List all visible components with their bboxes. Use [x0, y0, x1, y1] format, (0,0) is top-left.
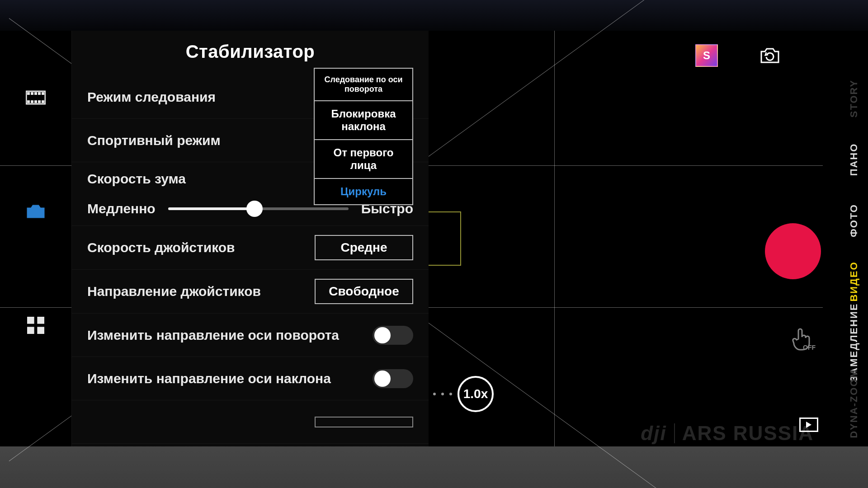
follow-mode-option-fpv[interactable]: От первого лица	[315, 140, 412, 179]
row-invert-tilt: Изменить направление оси наклона	[72, 357, 429, 400]
svg-rect-2	[31, 92, 33, 95]
joystick-direction-label: Направление джойстиков	[87, 284, 261, 299]
follow-mode-option-compass[interactable]: Циркуль	[315, 179, 412, 204]
switch-camera-icon[interactable]	[760, 46, 780, 64]
joystick-speed-label: Скорость джойстиков	[87, 240, 235, 255]
grid-vertical-1	[554, 31, 555, 446]
invert-tilt-toggle[interactable]	[373, 369, 413, 388]
record-button[interactable]	[765, 223, 821, 279]
invert-pan-toggle[interactable]	[373, 326, 413, 345]
follow-mode-option-pan-follow[interactable]: Следование по оси поворота	[315, 69, 412, 101]
row-joystick-direction: Направление джойстиков Свободное	[72, 270, 429, 314]
svg-rect-9	[38, 100, 41, 103]
watermark: dji ARS RUSSIA	[641, 422, 814, 445]
svg-rect-3	[34, 92, 37, 95]
zoom-speed-slow-label: Медленно	[87, 201, 156, 216]
mode-video[interactable]: ВИДЕО	[848, 261, 860, 301]
watermark-divider	[674, 423, 675, 443]
mode-pano[interactable]: ПАНО	[848, 143, 860, 176]
svg-rect-1	[27, 92, 30, 95]
mode-dynazoom[interactable]: DYNA-ZOOM	[848, 369, 860, 438]
gesture-off-label: OFF	[803, 344, 816, 351]
svg-rect-4	[38, 92, 41, 95]
svg-rect-13	[37, 317, 44, 324]
svg-rect-6	[27, 100, 30, 103]
mode-story[interactable]: STORY	[848, 79, 860, 117]
svg-rect-10	[42, 100, 44, 103]
stabilizer-panel: Стабилизатор Следование по оси поворота …	[71, 31, 429, 446]
zoom-dot	[449, 393, 452, 395]
film-icon[interactable]	[25, 89, 47, 107]
zoom-dot	[441, 393, 444, 395]
zoom-rail: 1.0x	[433, 376, 494, 412]
capture-modes-rail: STORY ПАНО ФОТО ВИДЕО ЗАМЕДЛЕНИЕ DYNA-ZO…	[840, 68, 868, 434]
zoom-speed-slider-thumb[interactable]	[246, 201, 263, 217]
grid-icon[interactable]	[25, 316, 47, 334]
svg-point-11	[33, 210, 38, 216]
story-shortcut-button[interactable]: S	[695, 44, 718, 67]
watermark-text: ARS RUSSIA	[682, 422, 814, 445]
bottom-letterbox	[0, 446, 868, 488]
settings-tabs-rail	[0, 31, 71, 446]
zoom-speed-slider-fill	[168, 207, 255, 210]
row-cutoff: .	[72, 400, 429, 444]
svg-rect-12	[27, 317, 34, 324]
svg-rect-14	[27, 327, 34, 334]
row-invert-pan: Изменить направление оси поворота	[72, 314, 429, 357]
sport-mode-label: Спортивный режим	[87, 133, 221, 148]
follow-mode-dropdown[interactable]: Следование по оси поворота Блокировка на…	[314, 68, 413, 205]
joystick-direction-select[interactable]: Свободное	[315, 279, 413, 304]
zoom-speed-label: Скорость зума	[87, 171, 186, 187]
mode-photo[interactable]: ФОТО	[848, 204, 860, 237]
row-cutoff-select[interactable]	[315, 417, 413, 427]
camera-icon[interactable]	[25, 202, 47, 221]
row-joystick-speed: Скорость джойстиков Средне	[72, 226, 429, 270]
svg-rect-15	[37, 327, 44, 334]
svg-rect-7	[31, 100, 33, 103]
zoom-speed-slider[interactable]	[168, 207, 349, 210]
svg-rect-8	[34, 100, 37, 103]
svg-rect-5	[42, 92, 44, 95]
settings-container: Стабилизатор Следование по оси поворота …	[0, 31, 429, 446]
top-letterbox	[0, 0, 868, 31]
follow-mode-label: Режим следования	[87, 89, 216, 105]
invert-pan-label: Изменить направление оси поворота	[87, 328, 339, 343]
joystick-speed-select[interactable]: Средне	[315, 235, 413, 260]
invert-tilt-label: Изменить направление оси наклона	[87, 371, 331, 386]
zoom-dot	[433, 393, 436, 395]
zoom-level-button[interactable]: 1.0x	[458, 376, 494, 412]
follow-mode-option-tilt-lock[interactable]: Блокировка наклона	[315, 101, 412, 140]
gesture-off-button[interactable]: OFF	[789, 325, 816, 352]
watermark-brand: dji	[641, 422, 666, 445]
